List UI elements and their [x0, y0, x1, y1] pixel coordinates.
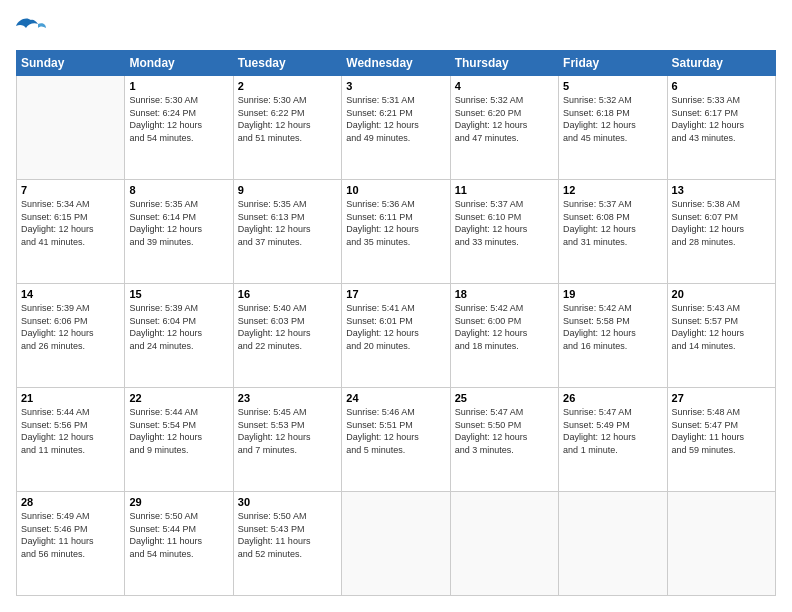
day-number: 27: [672, 392, 771, 404]
day-info: Sunrise: 5:39 AMSunset: 6:06 PMDaylight:…: [21, 302, 120, 352]
day-info: Sunrise: 5:40 AMSunset: 6:03 PMDaylight:…: [238, 302, 337, 352]
day-header-saturday: Saturday: [667, 51, 775, 76]
calendar-cell: 4Sunrise: 5:32 AMSunset: 6:20 PMDaylight…: [450, 76, 558, 180]
day-header-monday: Monday: [125, 51, 233, 76]
calendar-week-row: 28Sunrise: 5:49 AMSunset: 5:46 PMDayligh…: [17, 492, 776, 596]
day-number: 3: [346, 80, 445, 92]
calendar-cell: 29Sunrise: 5:50 AMSunset: 5:44 PMDayligh…: [125, 492, 233, 596]
calendar-cell: 6Sunrise: 5:33 AMSunset: 6:17 PMDaylight…: [667, 76, 775, 180]
day-info: Sunrise: 5:46 AMSunset: 5:51 PMDaylight:…: [346, 406, 445, 456]
day-number: 18: [455, 288, 554, 300]
calendar-cell: 11Sunrise: 5:37 AMSunset: 6:10 PMDayligh…: [450, 180, 558, 284]
day-header-thursday: Thursday: [450, 51, 558, 76]
calendar-cell: 27Sunrise: 5:48 AMSunset: 5:47 PMDayligh…: [667, 388, 775, 492]
day-number: 24: [346, 392, 445, 404]
calendar-cell: 7Sunrise: 5:34 AMSunset: 6:15 PMDaylight…: [17, 180, 125, 284]
header: [16, 16, 776, 40]
calendar-cell: 14Sunrise: 5:39 AMSunset: 6:06 PMDayligh…: [17, 284, 125, 388]
day-info: Sunrise: 5:37 AMSunset: 6:08 PMDaylight:…: [563, 198, 662, 248]
calendar-cell: 12Sunrise: 5:37 AMSunset: 6:08 PMDayligh…: [559, 180, 667, 284]
calendar-cell: 5Sunrise: 5:32 AMSunset: 6:18 PMDaylight…: [559, 76, 667, 180]
calendar-cell: 21Sunrise: 5:44 AMSunset: 5:56 PMDayligh…: [17, 388, 125, 492]
day-info: Sunrise: 5:47 AMSunset: 5:50 PMDaylight:…: [455, 406, 554, 456]
day-header-tuesday: Tuesday: [233, 51, 341, 76]
calendar-cell: [450, 492, 558, 596]
calendar-cell: [667, 492, 775, 596]
day-number: 23: [238, 392, 337, 404]
day-number: 5: [563, 80, 662, 92]
calendar-week-row: 14Sunrise: 5:39 AMSunset: 6:06 PMDayligh…: [17, 284, 776, 388]
calendar-cell: 3Sunrise: 5:31 AMSunset: 6:21 PMDaylight…: [342, 76, 450, 180]
day-info: Sunrise: 5:48 AMSunset: 5:47 PMDaylight:…: [672, 406, 771, 456]
calendar-cell: 15Sunrise: 5:39 AMSunset: 6:04 PMDayligh…: [125, 284, 233, 388]
day-info: Sunrise: 5:44 AMSunset: 5:56 PMDaylight:…: [21, 406, 120, 456]
day-number: 29: [129, 496, 228, 508]
day-number: 25: [455, 392, 554, 404]
calendar-cell: 22Sunrise: 5:44 AMSunset: 5:54 PMDayligh…: [125, 388, 233, 492]
day-info: Sunrise: 5:43 AMSunset: 5:57 PMDaylight:…: [672, 302, 771, 352]
day-number: 28: [21, 496, 120, 508]
day-info: Sunrise: 5:39 AMSunset: 6:04 PMDaylight:…: [129, 302, 228, 352]
calendar-cell: 10Sunrise: 5:36 AMSunset: 6:11 PMDayligh…: [342, 180, 450, 284]
day-info: Sunrise: 5:33 AMSunset: 6:17 PMDaylight:…: [672, 94, 771, 144]
calendar-cell: 23Sunrise: 5:45 AMSunset: 5:53 PMDayligh…: [233, 388, 341, 492]
calendar-cell: 28Sunrise: 5:49 AMSunset: 5:46 PMDayligh…: [17, 492, 125, 596]
day-info: Sunrise: 5:30 AMSunset: 6:22 PMDaylight:…: [238, 94, 337, 144]
calendar-table: SundayMondayTuesdayWednesdayThursdayFrid…: [16, 50, 776, 596]
calendar-cell: 25Sunrise: 5:47 AMSunset: 5:50 PMDayligh…: [450, 388, 558, 492]
calendar-week-row: 21Sunrise: 5:44 AMSunset: 5:56 PMDayligh…: [17, 388, 776, 492]
calendar-cell: 18Sunrise: 5:42 AMSunset: 6:00 PMDayligh…: [450, 284, 558, 388]
day-info: Sunrise: 5:38 AMSunset: 6:07 PMDaylight:…: [672, 198, 771, 248]
day-number: 12: [563, 184, 662, 196]
day-info: Sunrise: 5:45 AMSunset: 5:53 PMDaylight:…: [238, 406, 337, 456]
day-number: 14: [21, 288, 120, 300]
calendar-cell: 2Sunrise: 5:30 AMSunset: 6:22 PMDaylight…: [233, 76, 341, 180]
day-number: 20: [672, 288, 771, 300]
day-number: 16: [238, 288, 337, 300]
day-number: 1: [129, 80, 228, 92]
day-number: 8: [129, 184, 228, 196]
calendar-cell: [559, 492, 667, 596]
day-number: 17: [346, 288, 445, 300]
calendar-cell: 1Sunrise: 5:30 AMSunset: 6:24 PMDaylight…: [125, 76, 233, 180]
day-info: Sunrise: 5:34 AMSunset: 6:15 PMDaylight:…: [21, 198, 120, 248]
calendar-week-row: 1Sunrise: 5:30 AMSunset: 6:24 PMDaylight…: [17, 76, 776, 180]
calendar-cell: 20Sunrise: 5:43 AMSunset: 5:57 PMDayligh…: [667, 284, 775, 388]
day-number: 26: [563, 392, 662, 404]
day-info: Sunrise: 5:42 AMSunset: 5:58 PMDaylight:…: [563, 302, 662, 352]
day-info: Sunrise: 5:50 AMSunset: 5:44 PMDaylight:…: [129, 510, 228, 560]
calendar-cell: [17, 76, 125, 180]
day-number: 10: [346, 184, 445, 196]
calendar-cell: 8Sunrise: 5:35 AMSunset: 6:14 PMDaylight…: [125, 180, 233, 284]
day-info: Sunrise: 5:49 AMSunset: 5:46 PMDaylight:…: [21, 510, 120, 560]
day-info: Sunrise: 5:50 AMSunset: 5:43 PMDaylight:…: [238, 510, 337, 560]
day-info: Sunrise: 5:47 AMSunset: 5:49 PMDaylight:…: [563, 406, 662, 456]
day-header-friday: Friday: [559, 51, 667, 76]
day-header-wednesday: Wednesday: [342, 51, 450, 76]
calendar-cell: 26Sunrise: 5:47 AMSunset: 5:49 PMDayligh…: [559, 388, 667, 492]
calendar-cell: [342, 492, 450, 596]
logo-icon: [16, 16, 46, 40]
calendar-cell: 16Sunrise: 5:40 AMSunset: 6:03 PMDayligh…: [233, 284, 341, 388]
calendar-cell: 30Sunrise: 5:50 AMSunset: 5:43 PMDayligh…: [233, 492, 341, 596]
day-info: Sunrise: 5:35 AMSunset: 6:14 PMDaylight:…: [129, 198, 228, 248]
day-number: 22: [129, 392, 228, 404]
day-number: 4: [455, 80, 554, 92]
day-number: 13: [672, 184, 771, 196]
day-header-sunday: Sunday: [17, 51, 125, 76]
day-info: Sunrise: 5:32 AMSunset: 6:18 PMDaylight:…: [563, 94, 662, 144]
calendar-cell: 9Sunrise: 5:35 AMSunset: 6:13 PMDaylight…: [233, 180, 341, 284]
calendar-cell: 19Sunrise: 5:42 AMSunset: 5:58 PMDayligh…: [559, 284, 667, 388]
day-info: Sunrise: 5:42 AMSunset: 6:00 PMDaylight:…: [455, 302, 554, 352]
day-info: Sunrise: 5:37 AMSunset: 6:10 PMDaylight:…: [455, 198, 554, 248]
day-number: 2: [238, 80, 337, 92]
day-number: 19: [563, 288, 662, 300]
day-number: 9: [238, 184, 337, 196]
day-number: 7: [21, 184, 120, 196]
day-info: Sunrise: 5:32 AMSunset: 6:20 PMDaylight:…: [455, 94, 554, 144]
calendar-page: SundayMondayTuesdayWednesdayThursdayFrid…: [0, 0, 792, 612]
day-info: Sunrise: 5:41 AMSunset: 6:01 PMDaylight:…: [346, 302, 445, 352]
day-number: 30: [238, 496, 337, 508]
day-info: Sunrise: 5:44 AMSunset: 5:54 PMDaylight:…: [129, 406, 228, 456]
day-info: Sunrise: 5:30 AMSunset: 6:24 PMDaylight:…: [129, 94, 228, 144]
